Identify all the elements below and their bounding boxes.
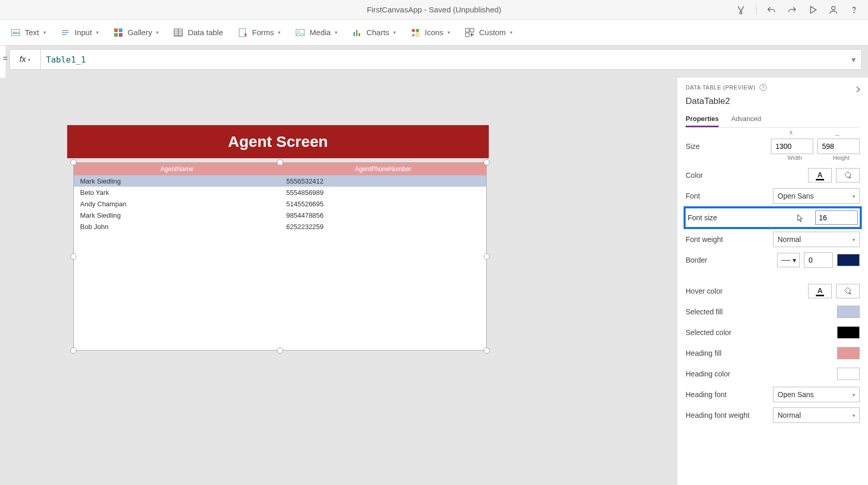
ribbon-input-label: Input bbox=[75, 28, 92, 37]
svg-point-2 bbox=[854, 12, 854, 12]
selected-color-swatch[interactable] bbox=[837, 326, 860, 339]
chevron-down-icon: ▾ bbox=[43, 29, 46, 35]
prop-font-weight: Font weight Normal▾ bbox=[686, 229, 860, 250]
resize-handle[interactable] bbox=[484, 159, 490, 165]
text-color-button[interactable]: A bbox=[808, 168, 832, 183]
heading-color-swatch[interactable] bbox=[837, 368, 860, 380]
ribbon-forms[interactable]: Forms▾ bbox=[238, 27, 281, 38]
ribbon-charts[interactable]: Charts▾ bbox=[352, 27, 396, 38]
divider bbox=[756, 5, 756, 15]
cell-phone: 5145526695 bbox=[280, 198, 486, 209]
svg-rect-17 bbox=[356, 30, 358, 36]
charts-icon bbox=[352, 27, 362, 38]
help-icon[interactable] bbox=[848, 4, 860, 16]
ribbon-custom-label: Custom bbox=[479, 28, 506, 37]
datatable-control[interactable]: AgentName AgentPhoneNumber Mark Siedling… bbox=[73, 162, 487, 351]
size-sub-labels: Width Height bbox=[686, 155, 860, 165]
ribbon-text-label: Text bbox=[25, 28, 39, 37]
svg-rect-8 bbox=[114, 28, 118, 32]
svg-rect-22 bbox=[466, 28, 469, 32]
formula-input[interactable] bbox=[41, 55, 846, 65]
resize-handle[interactable] bbox=[277, 159, 283, 165]
svg-point-7 bbox=[62, 34, 63, 35]
ribbon-gallery-label: Gallery bbox=[128, 28, 152, 37]
prop-selected-fill: Selected fill bbox=[686, 301, 860, 322]
help-icon[interactable]: ? bbox=[760, 84, 767, 91]
custom-icon bbox=[464, 27, 475, 38]
svg-rect-9 bbox=[119, 28, 122, 32]
svg-rect-16 bbox=[353, 32, 355, 36]
resize-handle[interactable] bbox=[277, 347, 283, 354]
resize-handle[interactable] bbox=[484, 347, 490, 354]
resize-handle[interactable] bbox=[70, 347, 76, 354]
ribbon-gallery[interactable]: Gallery▾ bbox=[113, 27, 159, 38]
prop-heading-font-weight: Heading font weight Normal▾ bbox=[686, 405, 860, 426]
cell-phone: 9854478856 bbox=[280, 209, 486, 221]
cell-name: Mark Siedling bbox=[74, 209, 280, 221]
properties-panel: DATA TABLE (PREVIEW) ? DataTable2 Proper… bbox=[677, 78, 868, 485]
selected-fill-swatch[interactable] bbox=[837, 306, 860, 318]
chevron-down-icon: ▾ bbox=[853, 392, 855, 398]
ribbon-media[interactable]: Media▾ bbox=[295, 27, 337, 38]
props-tabs: Properties Advanced bbox=[686, 115, 860, 128]
table-row[interactable]: Andy Champan 5145526695 bbox=[74, 198, 486, 209]
table-row[interactable]: Bob John 6252232259 bbox=[74, 221, 486, 232]
icons-icon bbox=[410, 27, 421, 38]
ribbon-text[interactable]: Abc Text▾ bbox=[10, 27, 46, 38]
ribbon-input[interactable]: Input▾ bbox=[60, 27, 99, 38]
ribbon-custom[interactable]: Custom▾ bbox=[464, 27, 513, 38]
collapse-panel-icon[interactable] bbox=[855, 86, 862, 95]
prop-color: Color A bbox=[686, 165, 860, 186]
chevron-down-icon: ▾ bbox=[851, 55, 856, 65]
font-size-input[interactable] bbox=[815, 210, 858, 225]
ribbon-media-label: Media bbox=[309, 28, 331, 37]
size-height-input[interactable] bbox=[817, 139, 860, 154]
ribbon-datatable-label: Data table bbox=[188, 28, 223, 37]
heading-font-weight-select[interactable]: Normal▾ bbox=[773, 407, 860, 423]
formula-fx-dropdown[interactable]: fx▾ bbox=[10, 50, 41, 69]
border-style-select[interactable]: ▾ bbox=[777, 253, 800, 267]
ribbon-datatable[interactable]: Data table bbox=[173, 27, 223, 38]
undo-icon[interactable] bbox=[766, 4, 777, 16]
screen-header-label: Agent Screen bbox=[228, 133, 328, 150]
datatable-rows: Mark Siedling 5556532412 Beto Yark 55548… bbox=[74, 175, 486, 232]
size-width-input[interactable] bbox=[771, 139, 813, 154]
heading-fill-swatch[interactable] bbox=[837, 347, 860, 359]
input-icon bbox=[60, 27, 71, 38]
cell-phone: 6252232259 bbox=[280, 221, 486, 232]
gallery-icon bbox=[113, 27, 123, 38]
hover-fill-color-button[interactable] bbox=[836, 284, 860, 298]
table-row[interactable]: Mark Siedling 9854478856 bbox=[74, 209, 486, 221]
resize-handle[interactable] bbox=[484, 253, 490, 260]
cell-name: Andy Champan bbox=[74, 198, 280, 209]
col-header-agentphone[interactable]: AgentPhoneNumber bbox=[280, 163, 486, 175]
fill-color-button[interactable] bbox=[836, 168, 860, 183]
tab-advanced[interactable]: Advanced bbox=[731, 115, 761, 127]
table-row[interactable]: Beto Yark 5554856989 bbox=[74, 187, 486, 198]
resize-handle[interactable] bbox=[70, 253, 76, 260]
svg-point-19 bbox=[412, 29, 415, 32]
col-header-agentname[interactable]: AgentName bbox=[74, 163, 280, 175]
person-icon[interactable] bbox=[828, 4, 839, 16]
play-icon[interactable] bbox=[807, 4, 818, 16]
tab-properties[interactable]: Properties bbox=[686, 115, 719, 127]
health-icon[interactable] bbox=[735, 4, 747, 16]
hover-text-color-button[interactable]: A bbox=[808, 284, 832, 298]
chevron-down-icon: ▾ bbox=[28, 57, 30, 63]
font-select[interactable]: Open Sans▾ bbox=[773, 188, 860, 204]
ribbon-icons[interactable]: Icons▾ bbox=[410, 27, 450, 38]
border-color-swatch[interactable] bbox=[837, 254, 860, 266]
redo-icon[interactable] bbox=[786, 4, 798, 16]
chevron-down-icon: ▾ bbox=[156, 29, 159, 35]
chevron-down-icon: ▾ bbox=[853, 237, 855, 242]
font-weight-select[interactable]: Normal▾ bbox=[773, 232, 860, 247]
chevron-down-icon: ▾ bbox=[510, 29, 513, 35]
svg-rect-20 bbox=[416, 29, 419, 32]
resize-handle[interactable] bbox=[70, 159, 76, 165]
canvas-area[interactable]: Agent Screen AgentName AgentPhoneNumber … bbox=[7, 78, 677, 485]
table-row[interactable]: Mark Siedling 5556532412 bbox=[74, 175, 486, 187]
heading-font-select[interactable]: Open Sans▾ bbox=[773, 387, 860, 402]
chevron-down-icon: ▾ bbox=[853, 193, 855, 199]
formula-expand[interactable]: ▾ bbox=[846, 55, 861, 65]
border-width-input[interactable] bbox=[804, 252, 833, 268]
